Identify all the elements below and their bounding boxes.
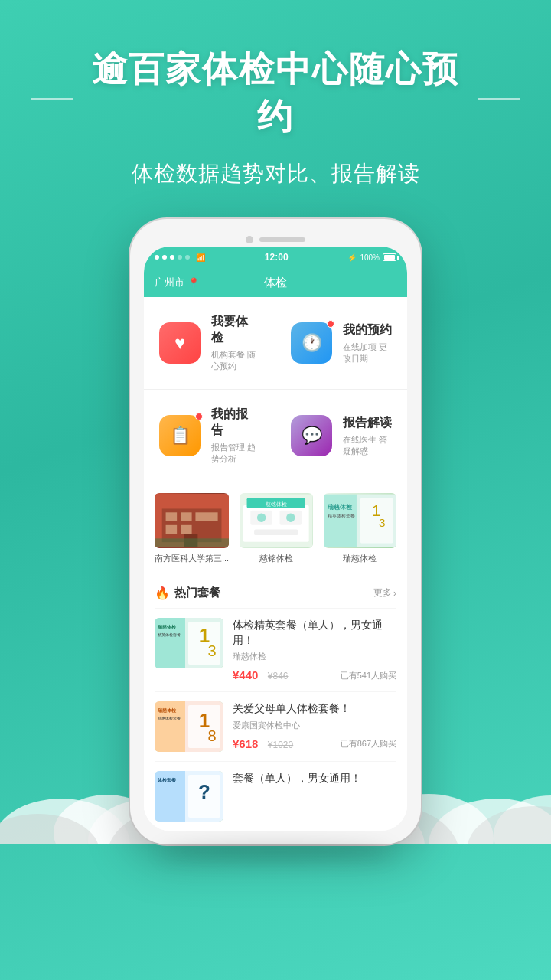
svg-text:?: ? — [198, 780, 210, 803]
pkg-price-1: ¥440 — [233, 668, 258, 681]
phone-camera — [246, 236, 253, 243]
interpret-desc: 在线医生 答疑解惑 — [343, 434, 392, 457]
signal-dot-1 — [155, 255, 159, 260]
svg-text:3: 3 — [207, 642, 216, 659]
nav-bar: 广州市 📍 体检 — [144, 268, 407, 297]
report-desc: 报告管理 趋势分析 — [211, 442, 259, 465]
hospital-name-2: 慈铭体检 — [240, 553, 312, 564]
pkg-original-2: ¥1020 — [268, 740, 293, 750]
svg-rect-2 — [166, 512, 178, 521]
hospital-thumb-1 — [155, 493, 229, 548]
status-bar: 📶 12:00 ⚡ 100% — [144, 247, 407, 268]
signal-dot-5 — [185, 255, 190, 260]
svg-rect-4 — [195, 512, 207, 521]
svg-rect-18 — [254, 529, 298, 535]
menu-item-exam[interactable]: ♥ 我要体检 机构套餐 随心预约 — [144, 297, 276, 390]
header-subtitle: 体检数据趋势对比、报告解读 — [31, 159, 520, 188]
report-title: 我的报告 — [211, 407, 259, 439]
clock-icon: 🕐 — [302, 333, 322, 353]
packages-title: 热门套餐 — [174, 586, 220, 600]
section-header: 🔥 热门套餐 更多 › — [155, 577, 396, 609]
location-text: 广州市 — [155, 276, 184, 289]
svg-rect-5 — [207, 512, 218, 521]
report-badge — [195, 413, 203, 420]
fire-icon: 🔥 — [155, 586, 170, 600]
svg-text:3: 3 — [379, 516, 385, 529]
package-item-1[interactable]: 瑞慈体检 精英体检套餐 1 3 体检精英套餐（单人），男女通用！ — [155, 609, 396, 692]
hospital-name-1: 南方医科大学第三... — [155, 553, 229, 564]
lightning-icon: ⚡ — [347, 253, 357, 262]
pkg-org-2: 爱康国宾体检中心 — [233, 720, 396, 731]
menu-item-report[interactable]: 📋 我的报告 报告管理 趋势分析 — [144, 390, 276, 482]
pkg-thumb-2: 瑞慈体检 特惠体检套餐 1 8 — [155, 701, 223, 752]
svg-rect-7 — [181, 525, 192, 534]
interpret-title: 报告解读 — [343, 415, 392, 431]
wifi-icon: 📶 — [196, 253, 205, 262]
pkg-sold-1: 已有541人购买 — [341, 670, 396, 681]
signal-dot-4 — [178, 255, 182, 260]
signal-dot-3 — [170, 255, 174, 260]
battery-icon — [383, 253, 396, 261]
hospital-thumb-2: 慈铭体检 — [240, 493, 312, 548]
svg-text:精英体检套餐: 精英体检套餐 — [327, 514, 354, 518]
nav-location[interactable]: 广州市 📍 — [155, 276, 200, 289]
menu-grid: ♥ 我要体检 机构套餐 随心预约 🕐 — [144, 297, 407, 482]
more-link[interactable]: 更多 › — [373, 586, 396, 599]
pkg-org-1: 瑞慈体检 — [233, 651, 396, 662]
svg-text:体检套餐: 体检套餐 — [157, 777, 177, 782]
exam-desc: 机构套餐 随心预约 — [211, 349, 259, 372]
package-item-2[interactable]: 瑞慈体检 特惠体检套餐 1 8 关爱父母单人体检套餐！ — [155, 692, 396, 762]
phone-mockup: 📶 12:00 ⚡ 100% 广州市 📍 — [130, 219, 421, 844]
svg-rect-20 — [324, 495, 357, 547]
interpret-icon-wrap: 💬 — [291, 415, 332, 456]
svg-rect-6 — [166, 525, 178, 534]
svg-text:精英体检套餐: 精英体检套餐 — [158, 632, 181, 637]
hospital-item-1[interactable]: 南方医科大学第三... — [155, 493, 229, 564]
appointment-title: 我的预约 — [343, 322, 392, 338]
packages-section: 🔥 热门套餐 更多 › — [144, 577, 407, 831]
pkg-title-2: 关爱父母单人体检套餐！ — [233, 701, 396, 717]
more-label: 更多 — [373, 586, 392, 599]
appointment-icon-wrap: 🕐 — [291, 322, 332, 364]
svg-text:慈铭体检: 慈铭体检 — [265, 501, 287, 507]
report-icon-wrap: 📋 — [159, 415, 201, 456]
exam-title: 我要体检 — [211, 314, 259, 346]
hospital-item-3[interactable]: 瑞慈体检 精英体检套餐 1 3 瑞慈体检 — [324, 493, 396, 564]
chevron-right-icon: › — [393, 588, 396, 599]
pkg-title-1: 体检精英套餐（单人），男女通用！ — [233, 618, 396, 648]
package-item-3[interactable]: 体检套餐 ? 套餐（单人），男女通用！ — [155, 762, 396, 831]
menu-item-interpret[interactable]: 💬 报告解读 在线医生 答疑解惑 — [276, 390, 407, 482]
appointment-desc: 在线加项 更改日期 — [343, 341, 392, 364]
menu-item-appointment[interactable]: 🕐 我的预约 在线加项 更改日期 — [276, 297, 407, 390]
hospital-thumb-3: 瑞慈体检 精英体检套餐 1 3 — [324, 493, 396, 548]
svg-text:瑞慈体检: 瑞慈体检 — [326, 504, 352, 511]
battery-percent: 100% — [360, 253, 380, 262]
hospital-row: 南方医科大学第三... 慈铭体检 — [144, 482, 407, 570]
appointment-badge — [327, 320, 334, 328]
svg-point-17 — [286, 513, 295, 521]
heart-icon: ♥ — [174, 332, 185, 354]
report-icon: 📋 — [170, 426, 191, 446]
phone-speaker — [259, 237, 305, 242]
clock: 12:00 — [265, 252, 289, 263]
pkg-original-1: ¥846 — [268, 671, 289, 681]
svg-text:瑞慈体检: 瑞慈体检 — [157, 707, 177, 713]
pkg-sold-2: 已有867人购买 — [341, 738, 396, 750]
header-title: 逾百家体检中心随心预约 — [86, 46, 465, 141]
pkg-thumb-1: 瑞慈体检 精英体检套餐 1 3 — [155, 618, 223, 668]
nav-title: 体检 — [200, 276, 350, 290]
hospital-name-3: 瑞慈体检 — [324, 553, 396, 564]
card-panel: ♥ 我要体检 机构套餐 随心预约 🕐 — [144, 297, 407, 831]
pkg-thumb-3: 体检套餐 ? — [155, 771, 223, 822]
location-icon: 📍 — [187, 277, 200, 289]
pkg-price-2: ¥618 — [233, 737, 258, 750]
chat-icon: 💬 — [302, 426, 322, 446]
svg-text:特惠体检套餐: 特惠体检套餐 — [158, 716, 181, 720]
svg-point-16 — [257, 513, 266, 521]
pkg-title-3: 套餐（单人），男女通用！ — [233, 771, 396, 786]
signal-dot-2 — [162, 255, 167, 260]
svg-rect-3 — [181, 512, 192, 521]
hospital-item-2[interactable]: 慈铭体检 慈铭体检 — [240, 493, 312, 564]
exam-icon-wrap: ♥ — [159, 322, 201, 364]
svg-text:8: 8 — [207, 727, 216, 744]
